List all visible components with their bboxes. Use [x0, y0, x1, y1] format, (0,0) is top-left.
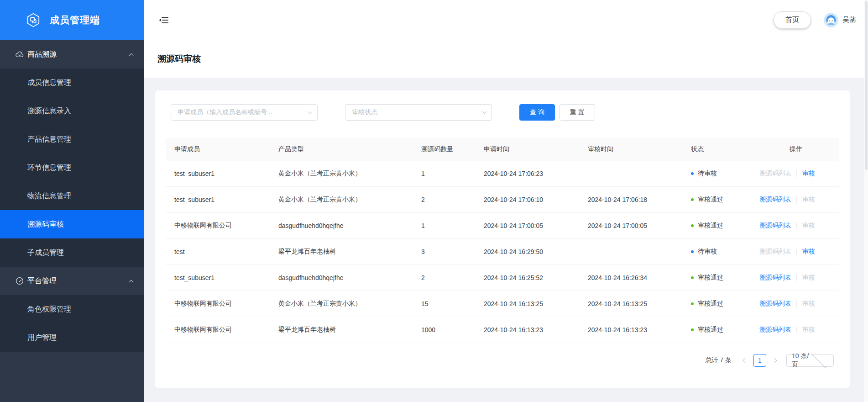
cell-review-time: 2024-10-24 17:00:05: [588, 222, 691, 229]
sidebar-item-label: 成员信息管理: [27, 79, 71, 86]
reset-button[interactable]: 重 置: [559, 104, 595, 121]
trace-code-list-link[interactable]: 溯源码列表: [759, 300, 791, 307]
sidebar-item-环节信息管理[interactable]: 环节信息管理: [0, 153, 144, 182]
cell-actions: 溯源码列表|审核: [753, 274, 839, 282]
table-row: test_subuser1黄金小米（兰考正宗黄小米）12024-10-24 17…: [166, 161, 839, 187]
status-label: 审核通过: [698, 274, 723, 281]
chevron-down-icon: [811, 352, 827, 368]
action-separator: |: [796, 248, 798, 255]
cell-review-time: 2024-10-24 16:26:34: [588, 274, 691, 281]
trace-code-list-link[interactable]: 溯源码列表: [759, 326, 791, 333]
sidebar-item-物流信息管理[interactable]: 物流信息管理: [0, 182, 144, 210]
cell-member: 中移物联网有限公司: [166, 300, 278, 308]
cell-product: dasgudfhuehd0hqejfhe: [278, 222, 421, 229]
table-row: test_subuser1dasgudfhuehd0hqejfhe22024-1…: [166, 265, 839, 291]
status-dot-icon: [691, 250, 694, 253]
sidebar-item-用户管理[interactable]: 用户管理: [0, 323, 144, 352]
chevron-up-icon: [129, 53, 134, 58]
cell-actions: 溯源码列表|审核: [753, 326, 839, 334]
sidebar-group-product-trace[interactable]: 商品溯源: [0, 40, 144, 69]
cell-member: 中移物联网有限公司: [166, 222, 278, 230]
status-label: 审核通过: [698, 196, 723, 203]
page-title: 溯源码审核: [157, 53, 201, 65]
cell-apply-time: 2024-10-24 16:13:25: [484, 300, 588, 307]
sidebar-item-label: 溯源码审核: [27, 220, 64, 228]
status-dot-icon: [691, 276, 694, 279]
app-logo: 成员管理端: [0, 0, 144, 40]
collapse-sidebar-icon[interactable]: [157, 14, 169, 26]
home-button[interactable]: 首页: [774, 11, 811, 29]
member-select[interactable]: 申请成员（输入成员名称或编号...: [171, 104, 318, 121]
review-link[interactable]: 审核: [802, 169, 815, 177]
table-header: 申请成员产品类型溯源码数量申请时间审核时间状态操作: [166, 138, 839, 161]
sidebar-item-溯源信息录入[interactable]: 溯源信息录入: [0, 97, 144, 125]
scrollbar-thumb[interactable]: [865, 1, 868, 170]
action-separator: |: [796, 222, 798, 229]
chevron-up-icon: [129, 280, 134, 284]
column-header-review_time: 审核时间: [588, 145, 691, 153]
cell-status: 待审核: [691, 248, 753, 256]
current-page-button[interactable]: 1: [753, 354, 766, 367]
sidebar: 成员管理端 商品溯源成员信息管理溯源信息录入产品信息管理环节信息管理物流信息管理…: [0, 0, 144, 402]
trace-code-list-link: 溯源码列表: [759, 248, 791, 255]
prev-page-button[interactable]: [741, 359, 750, 362]
column-header-qty: 溯源码数量: [421, 145, 484, 153]
cell-actions: 溯源码列表|审核: [753, 196, 839, 204]
review-link[interactable]: 审核: [802, 248, 815, 255]
cloud-icon: [15, 50, 24, 59]
sidebar-group-label: 商品溯源: [27, 50, 130, 59]
table-body: test_subuser1黄金小米（兰考正宗黄小米）12024-10-24 17…: [166, 161, 839, 343]
action-separator: |: [796, 300, 798, 307]
sidebar-group-platform[interactable]: 平台管理: [0, 267, 144, 295]
trace-code-list-link[interactable]: 溯源码列表: [759, 274, 791, 281]
next-page-button[interactable]: [770, 359, 779, 362]
trace-code-list-link[interactable]: 溯源码列表: [759, 196, 791, 203]
column-header-apply_time: 申请时间: [484, 145, 588, 153]
sidebar-item-成员信息管理[interactable]: 成员信息管理: [0, 69, 144, 97]
username[interactable]: 吴菡: [842, 16, 856, 24]
review-link: 审核: [802, 274, 815, 281]
action-separator: |: [796, 196, 798, 203]
pagination-total: 总计 7 条: [705, 356, 732, 365]
trace-code-list-link[interactable]: 溯源码列表: [759, 222, 791, 229]
sidebar-item-label: 子成员管理: [27, 249, 64, 256]
logo-icon: [26, 12, 41, 28]
column-header-member: 申请成员: [166, 145, 278, 153]
column-header-status: 状态: [691, 145, 753, 153]
cell-status: 审核通过: [691, 196, 753, 204]
action-separator: |: [796, 326, 798, 333]
cell-status: 审核通过: [691, 300, 753, 308]
cell-status: 待审核: [691, 169, 753, 178]
status-label: 待审核: [698, 169, 717, 177]
sidebar-item-角色权限管理[interactable]: 角色权限管理: [0, 295, 144, 323]
sidebar-item-label: 环节信息管理: [27, 164, 71, 171]
cell-product: 黄金小米（兰考正宗黄小米）: [278, 196, 421, 204]
status-label: 审核通过: [698, 222, 723, 229]
cell-qty: 15: [421, 300, 484, 307]
cell-product: dasgudfhuehd0hqejfhe: [278, 274, 421, 281]
status-label: 审核通过: [698, 300, 723, 307]
cell-apply-time: 2024-10-24 17:00:05: [484, 222, 588, 229]
table-row: 中移物联网有限公司dasgudfhuehd0hqejfhe12024-10-24…: [166, 213, 839, 239]
sidebar-group-label: 平台管理: [27, 276, 130, 286]
review-link: 审核: [802, 326, 815, 333]
status-select[interactable]: 审核状态: [345, 104, 492, 121]
status-dot-icon: [691, 328, 694, 331]
cell-apply-time: 2024-10-24 16:13:23: [484, 326, 588, 333]
sidebar-item-产品信息管理[interactable]: 产品信息管理: [0, 125, 144, 153]
cell-apply-time: 2024-10-24 17:06:23: [484, 170, 588, 177]
content: 申请成员（输入成员名称或编号... 审核状态 查 询 重 置 申请成员产品类型溯…: [144, 78, 868, 402]
sidebar-item-子成员管理[interactable]: 子成员管理: [0, 238, 144, 267]
trace-code-list-link: 溯源码列表: [759, 169, 791, 177]
review-link: 审核: [802, 222, 815, 229]
cell-product: 黄金小米（兰考正宗黄小米）: [278, 300, 421, 308]
column-header-actions: 操作: [753, 145, 839, 153]
cell-status: 审核通过: [691, 326, 753, 334]
page-size-select[interactable]: 10 条/页: [786, 354, 834, 367]
window-scrollbar[interactable]: [864, 0, 868, 402]
sidebar-item-溯源码审核[interactable]: 溯源码审核: [0, 210, 144, 238]
user-avatar[interactable]: [824, 13, 838, 27]
search-button[interactable]: 查 询: [519, 104, 555, 121]
app-title: 成员管理端: [50, 14, 100, 26]
main-area: 首页 吴菡 溯源码审核 申请成员（输入成员名称或编号...: [144, 0, 868, 402]
